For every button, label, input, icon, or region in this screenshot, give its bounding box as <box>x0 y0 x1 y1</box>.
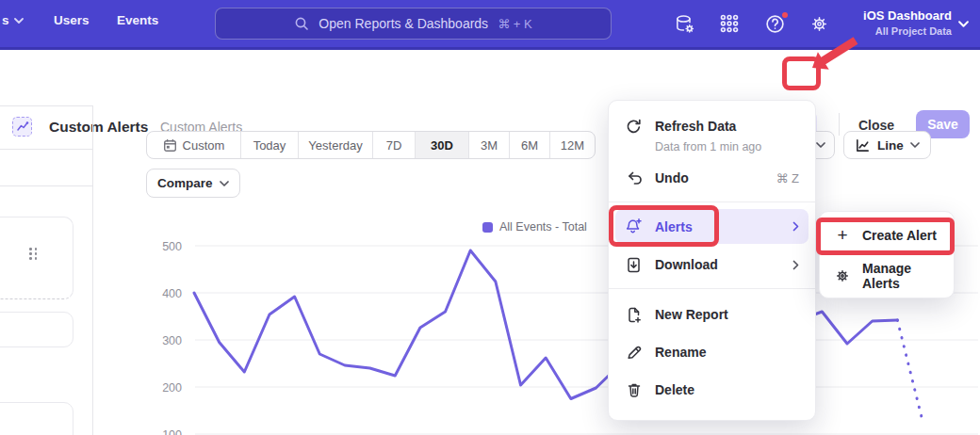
search-icon <box>294 16 309 31</box>
search-shortcut: ⌘ + K <box>498 17 532 31</box>
menu-item-rename[interactable]: Rename <box>609 333 815 371</box>
date-range-yesterday[interactable]: Yesterday <box>299 132 373 158</box>
nav-item-users[interactable]: Users <box>54 13 90 27</box>
svg-text:100: 100 <box>162 428 182 435</box>
menu-item-new-report[interactable]: New Report <box>609 296 815 333</box>
chart-type-dropdown[interactable]: Line <box>843 131 931 159</box>
nav-item-events[interactable]: Events <box>117 13 158 27</box>
plus-icon: + <box>834 227 851 244</box>
menu-item-undo[interactable]: Undo ⌘ Z <box>609 161 815 195</box>
undo-icon <box>625 169 643 187</box>
apps-grid-icon[interactable] <box>719 13 742 36</box>
chevron-down-icon <box>816 142 825 148</box>
date-range-today[interactable]: Today <box>241 132 299 158</box>
notification-dot <box>780 10 790 20</box>
chevron-down-icon <box>220 181 229 186</box>
trash-icon <box>625 381 643 399</box>
submenu-item-manage-alerts[interactable]: Manage Alerts <box>820 255 954 296</box>
alerts-submenu: + Create Alert Manage Alerts <box>819 211 955 298</box>
nav-item-boards-truncated[interactable]: s <box>2 13 24 27</box>
menu-item-download[interactable]: Download <box>609 248 815 282</box>
menu-divider <box>609 201 815 202</box>
global-search-input[interactable]: Open Reports & Dashboards ⌘ + K <box>215 8 612 40</box>
date-range-30d-selected[interactable]: 30D <box>416 132 469 158</box>
help-icon[interactable] <box>764 13 787 36</box>
nav-item-truncated-label: s <box>2 13 9 27</box>
project-selector[interactable]: iOS Dashboard All Project Data <box>863 7 952 38</box>
menu-item-delete[interactable]: Delete <box>609 371 815 409</box>
more-options-menu: Refresh Data Data from 1 min ago Undo ⌘ … <box>608 100 816 421</box>
legend-label: All Events - Total <box>499 220 587 234</box>
svg-text:500: 500 <box>162 240 182 253</box>
refresh-icon <box>625 118 643 136</box>
pencil-icon <box>625 344 643 362</box>
project-name: iOS Dashboard <box>863 7 952 24</box>
date-range-3m[interactable]: 3M <box>469 132 510 158</box>
settings-gear-icon[interactable] <box>808 13 831 36</box>
app-window: s Users Events Open Reports & Dashboards… <box>0 0 980 435</box>
date-range-12m[interactable]: 12M <box>550 132 595 158</box>
new-report-icon <box>625 306 643 324</box>
date-range-7d[interactable]: 7D <box>373 132 416 158</box>
refresh-data-age: Data from 1 min ago <box>609 140 815 161</box>
date-range-segmented-control: Custom Today Yesterday 7D 30D 3M 6M 12M <box>146 131 596 159</box>
download-icon <box>625 256 643 274</box>
chevron-right-icon <box>792 221 799 232</box>
compare-button[interactable]: Compare <box>146 169 240 198</box>
project-scope: All Project Data <box>863 24 952 38</box>
menu-divider <box>609 288 815 289</box>
chevron-down-icon <box>14 18 24 24</box>
line-chart-icon <box>855 137 871 153</box>
gear-icon <box>834 267 851 284</box>
svg-text:400: 400 <box>162 287 182 300</box>
date-range-6m[interactable]: 6M <box>510 132 550 158</box>
chart-legend: All Events - Total <box>482 220 587 234</box>
date-range-custom[interactable]: Custom <box>147 132 241 158</box>
search-placeholder: Open Reports & Dashboards <box>318 16 488 31</box>
data-management-icon[interactable] <box>674 13 696 36</box>
chevron-down-icon <box>910 142 920 148</box>
menu-item-alerts[interactable]: Alerts <box>615 209 808 244</box>
submenu-item-create-alert[interactable]: + Create Alert <box>820 215 954 255</box>
svg-text:300: 300 <box>162 334 182 347</box>
calendar-icon <box>163 138 177 153</box>
svg-text:200: 200 <box>162 381 182 395</box>
chevron-right-icon <box>792 260 799 270</box>
chevron-down-icon <box>958 21 969 27</box>
legend-swatch <box>482 222 493 233</box>
undo-shortcut: ⌘ Z <box>776 171 799 185</box>
top-nav: s Users Events Open Reports & Dashboards… <box>0 0 980 50</box>
menu-item-refresh-data[interactable]: Refresh Data <box>609 109 815 143</box>
alert-bell-icon <box>625 218 643 235</box>
